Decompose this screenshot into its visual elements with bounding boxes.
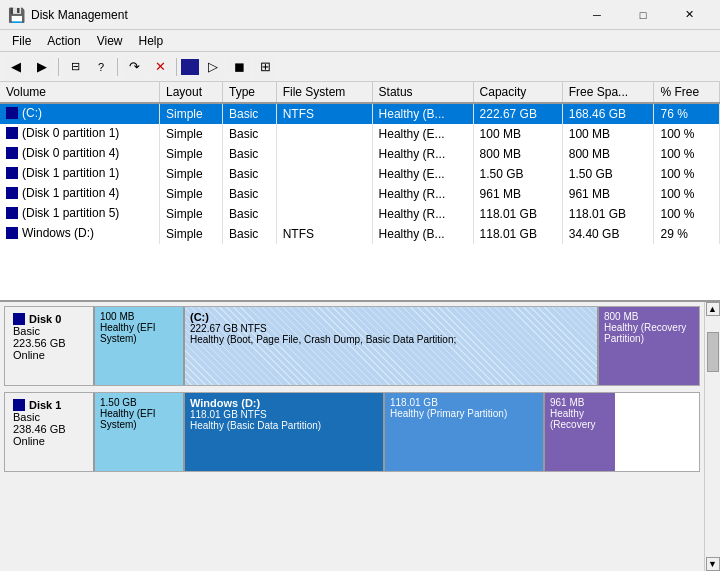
cell-pct: 29 % — [654, 224, 720, 244]
toolbar-b2[interactable]: ▷ — [201, 55, 225, 79]
app-icon: 💾 — [8, 7, 25, 23]
table-row[interactable]: (C:) Simple Basic NTFS Healthy (B... 222… — [0, 103, 720, 124]
cell-capacity: 100 MB — [473, 124, 562, 144]
disk-name: Disk 1 — [29, 399, 61, 411]
cell-status: Healthy (R... — [372, 204, 473, 224]
scroll-thumb[interactable] — [707, 332, 719, 372]
cell-volume: (Disk 0 partition 4) — [0, 144, 160, 164]
toolbar-b1[interactable] — [181, 59, 199, 75]
toolbar-refresh[interactable]: ↷ — [122, 55, 146, 79]
cell-free: 1.50 GB — [562, 164, 654, 184]
toolbar: ◀ ▶ ⊟ ? ↷ ✕ ▷ ◼ ⊞ — [0, 52, 720, 82]
table-row[interactable]: (Disk 1 partition 5) Simple Basic Health… — [0, 204, 720, 224]
cell-type: Basic — [222, 184, 276, 204]
col-layout[interactable]: Layout — [160, 82, 223, 103]
col-status[interactable]: Status — [372, 82, 473, 103]
partition-size: 100 MB — [100, 311, 178, 322]
toolbar-delete[interactable]: ✕ — [148, 55, 172, 79]
disk-label: Disk 0 Basic 223.56 GB Online — [5, 307, 95, 385]
cell-free: 34.40 GB — [562, 224, 654, 244]
toolbar-back[interactable]: ◀ — [4, 55, 28, 79]
disk-status: Online — [13, 435, 85, 447]
maximize-button[interactable]: □ — [620, 0, 666, 30]
disk-partition[interactable]: 961 MB Healthy (Recovery — [545, 393, 615, 471]
partition-size: 118.01 GB NTFS — [190, 409, 378, 420]
cell-capacity: 961 MB — [473, 184, 562, 204]
scroll-up[interactable]: ▲ — [706, 302, 720, 316]
partition-desc: Healthy (Basic Data Partition) — [190, 420, 378, 431]
cell-free: 961 MB — [562, 184, 654, 204]
table-row[interactable]: (Disk 1 partition 1) Simple Basic Health… — [0, 164, 720, 184]
col-fs[interactable]: File System — [276, 82, 372, 103]
scroll-down[interactable]: ▼ — [706, 557, 720, 571]
cell-capacity: 118.01 GB — [473, 204, 562, 224]
cell-volume: (Disk 1 partition 5) — [0, 204, 160, 224]
cell-type: Basic — [222, 224, 276, 244]
disk-partition[interactable]: 118.01 GB Healthy (Primary Partition) — [385, 393, 545, 471]
disk-partition[interactable]: 100 MB Healthy (EFI System) — [95, 307, 185, 385]
table-row[interactable]: (Disk 1 partition 4) Simple Basic Health… — [0, 184, 720, 204]
disk-size: 238.46 GB — [13, 423, 85, 435]
cell-fs: NTFS — [276, 103, 372, 124]
table-row[interactable]: (Disk 0 partition 1) Simple Basic Health… — [0, 124, 720, 144]
disk-table[interactable]: Volume Layout Type File System Status Ca… — [0, 82, 720, 302]
cell-status: Healthy (B... — [372, 103, 473, 124]
col-capacity[interactable]: Capacity — [473, 82, 562, 103]
partition-label: Healthy (Recovery — [550, 408, 610, 430]
menu-help[interactable]: Help — [131, 32, 172, 50]
col-pct[interactable]: % Free — [654, 82, 720, 103]
cell-volume: (Disk 1 partition 4) — [0, 184, 160, 204]
close-button[interactable]: ✕ — [666, 0, 712, 30]
col-free[interactable]: Free Spa... — [562, 82, 654, 103]
cell-status: Healthy (E... — [372, 124, 473, 144]
title-bar: 💾 Disk Management ─ □ ✕ — [0, 0, 720, 30]
disk-label: Disk 1 Basic 238.46 GB Online — [5, 393, 95, 471]
cell-volume: Windows (D:) — [0, 224, 160, 244]
toolbar-forward[interactable]: ▶ — [30, 55, 54, 79]
partition-label: Healthy (Recovery Partition) — [604, 322, 694, 344]
toolbar-props[interactable]: ⊟ — [63, 55, 87, 79]
cell-fs — [276, 204, 372, 224]
toolbar-b4[interactable]: ⊞ — [253, 55, 277, 79]
menu-view[interactable]: View — [89, 32, 131, 50]
cell-type: Basic — [222, 103, 276, 124]
app-title: Disk Management — [31, 8, 128, 22]
cell-volume: (C:) — [0, 103, 160, 124]
cell-type: Basic — [222, 204, 276, 224]
scrollbar[interactable]: ▲ ▼ — [704, 302, 720, 571]
cell-layout: Simple — [160, 204, 223, 224]
disk-partition[interactable]: 1.50 GB Healthy (EFI System) — [95, 393, 185, 471]
cell-capacity: 118.01 GB — [473, 224, 562, 244]
partition-size: 118.01 GB — [390, 397, 538, 408]
menu-action[interactable]: Action — [39, 32, 88, 50]
menu-file[interactable]: File — [4, 32, 39, 50]
col-volume[interactable]: Volume — [0, 82, 160, 103]
disk-partition[interactable]: Windows (D:) 118.01 GB NTFS Healthy (Bas… — [185, 393, 385, 471]
partition-size: 222.67 GB NTFS — [190, 323, 592, 334]
partition-size: 961 MB — [550, 397, 610, 408]
cell-fs — [276, 124, 372, 144]
disk-partitions: 1.50 GB Healthy (EFI System) Windows (D:… — [95, 393, 699, 471]
table-row[interactable]: Windows (D:) Simple Basic NTFS Healthy (… — [0, 224, 720, 244]
cell-status: Healthy (B... — [372, 224, 473, 244]
disk-partition[interactable]: 800 MB Healthy (Recovery Partition) — [599, 307, 699, 385]
cell-capacity: 1.50 GB — [473, 164, 562, 184]
cell-capacity: 222.67 GB — [473, 103, 562, 124]
toolbar-b3[interactable]: ◼ — [227, 55, 251, 79]
cell-pct: 100 % — [654, 144, 720, 164]
cell-fs — [276, 164, 372, 184]
col-type[interactable]: Type — [222, 82, 276, 103]
cell-volume: (Disk 0 partition 1) — [0, 124, 160, 144]
cell-fs — [276, 144, 372, 164]
minimize-button[interactable]: ─ — [574, 0, 620, 30]
cell-fs: NTFS — [276, 224, 372, 244]
cell-layout: Simple — [160, 124, 223, 144]
table-row[interactable]: (Disk 0 partition 4) Simple Basic Health… — [0, 144, 720, 164]
disk-status: Online — [13, 349, 85, 361]
disk-partition[interactable]: (C:) 222.67 GB NTFS Healthy (Boot, Page … — [185, 307, 599, 385]
main-content: Volume Layout Type File System Status Ca… — [0, 82, 720, 571]
cell-free: 168.46 GB — [562, 103, 654, 124]
toolbar-help[interactable]: ? — [89, 55, 113, 79]
cell-pct: 100 % — [654, 184, 720, 204]
toolbar-sep1 — [58, 58, 59, 76]
